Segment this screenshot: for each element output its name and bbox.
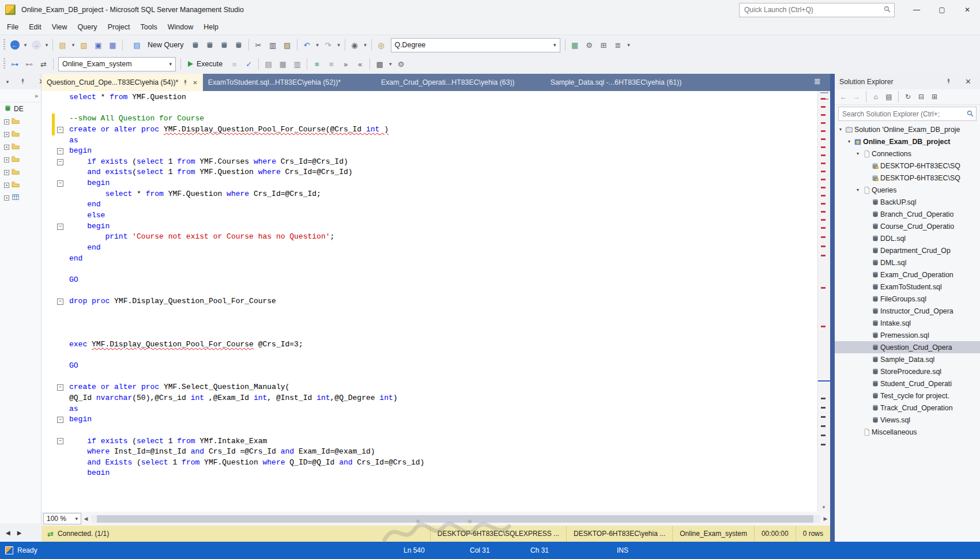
- solution-search-box[interactable]: [838, 107, 977, 121]
- panel-splitter[interactable]: [830, 74, 835, 542]
- tree-item-ddl-sql[interactable]: DDL.sql: [835, 232, 980, 244]
- code-line[interactable]: end: [42, 199, 817, 210]
- document-tab-2[interactable]: ExamToStudent.sql...HT83EC\yehia (52))*: [203, 74, 346, 91]
- expand-plus-icon[interactable]: +: [4, 170, 9, 175]
- code-line[interactable]: where Inst_Id=@inst_Id and Crs_Id =@Crs_…: [42, 447, 817, 458]
- query-options-icon[interactable]: ⚙: [394, 58, 408, 71]
- new-query-icon[interactable]: ▤: [130, 39, 144, 52]
- code-line[interactable]: --show All Question for Course: [42, 114, 817, 124]
- code-line[interactable]: as: [42, 404, 817, 415]
- expand-plus-icon[interactable]: +: [4, 145, 9, 150]
- selection-icon[interactable]: ◉: [348, 39, 361, 52]
- tree-item-desktop-6ht83ec-sq[interactable]: DESKTOP-6HT83EC\SQ: [835, 172, 980, 184]
- mdx-query-icon[interactable]: [189, 39, 202, 52]
- scroll-right-arrow-icon[interactable]: ▶: [17, 530, 22, 536]
- tree-item[interactable]: +: [0, 153, 41, 166]
- tree-item-solution-online-exam-db-proje[interactable]: ▾Solution 'Online_Exam_DB_proje: [835, 123, 980, 135]
- tree-item[interactable]: +: [0, 179, 41, 191]
- code-line[interactable]: − if exists (select 1 from YMF.Courses w…: [42, 157, 817, 168]
- tree-item-online-exam-db-project[interactable]: ▾Online_Exam_DB_project: [835, 135, 980, 148]
- tree-item-course-crud-operatio[interactable]: Course_Crud_Operatio: [835, 220, 980, 232]
- chevron-expanded-icon[interactable]: ▾: [854, 151, 861, 156]
- code-line[interactable]: and exists(select 1 from YMF.Question wh…: [42, 167, 817, 178]
- close-icon[interactable]: ✕: [193, 80, 197, 86]
- pin-icon[interactable]: [182, 80, 189, 86]
- toolbar-combo[interactable]: Q.Degree▾: [391, 38, 560, 52]
- pin-icon[interactable]: [942, 75, 955, 88]
- quick-launch-input[interactable]: [743, 5, 884, 14]
- undo-icon[interactable]: ↶: [300, 39, 314, 52]
- code-line[interactable]: GO: [42, 275, 817, 286]
- menu-item-view[interactable]: View: [47, 20, 73, 35]
- show-all-icon[interactable]: ▤: [883, 91, 895, 103]
- code-line[interactable]: − begin: [42, 178, 817, 189]
- code-line[interactable]: [42, 307, 817, 318]
- paste-icon[interactable]: ▨: [281, 39, 294, 52]
- results-text-icon[interactable]: ▤: [262, 58, 275, 71]
- tree-item-exam-crud-operation[interactable]: Exam_Crud_Operation: [835, 269, 980, 281]
- zoom-select[interactable]: 100 % ▾: [43, 513, 81, 524]
- dropdown-caret[interactable]: ▾: [315, 39, 321, 52]
- document-tab-1[interactable]: Question_Crud_Ope...T83EC\yehia (54))*✕: [42, 74, 203, 91]
- se-back-icon[interactable]: ←: [838, 91, 849, 103]
- editor-horizontal-scrollbar[interactable]: [91, 515, 820, 523]
- code-line[interactable]: print 'Course not exist or Course has no…: [42, 232, 817, 243]
- minimize-button[interactable]: —: [904, 0, 929, 20]
- maximize-button[interactable]: ▢: [929, 0, 955, 20]
- code-line[interactable]: [42, 286, 817, 297]
- hscroll-left-arrow-icon[interactable]: ◀: [81, 516, 91, 522]
- connect-icon[interactable]: ⊶: [8, 58, 21, 71]
- results-grid-icon[interactable]: ▦: [276, 58, 289, 71]
- collapse-box-icon[interactable]: −: [57, 299, 63, 305]
- comment-icon[interactable]: ≡: [310, 58, 323, 71]
- chevron-expanded-icon[interactable]: ▾: [837, 127, 844, 132]
- collapse-box-icon[interactable]: −: [57, 384, 63, 391]
- cancel-icon[interactable]: ■: [228, 58, 241, 71]
- tree-item-intake-sql[interactable]: Intake.sql: [835, 317, 980, 329]
- uncomment-icon[interactable]: ≡: [325, 58, 338, 71]
- code-line[interactable]: else: [42, 210, 817, 221]
- code-line[interactable]: GO: [42, 361, 817, 372]
- dmx-query-icon[interactable]: [203, 39, 217, 52]
- code-line[interactable]: and Exists (select 1 from YMF.Question w…: [42, 458, 817, 469]
- solution-search-input[interactable]: [839, 110, 967, 118]
- chevron-expanded-icon[interactable]: ▾: [846, 139, 853, 144]
- properties-icon[interactable]: ⊞: [929, 91, 940, 103]
- tree-item-track-crud-operation[interactable]: Track_Crud_Operation: [835, 402, 980, 414]
- tree-item[interactable]: +: [0, 166, 41, 179]
- change-connection-icon[interactable]: ⇄: [37, 58, 50, 71]
- tree-item[interactable]: +: [0, 128, 41, 141]
- tree-item[interactable]: +: [0, 191, 41, 204]
- scroll-down-arrow-icon[interactable]: ▼: [821, 505, 826, 510]
- expand-plus-icon[interactable]: +: [4, 195, 9, 201]
- chevron-right-double-icon[interactable]: »: [35, 92, 38, 99]
- code-line[interactable]: −create or alter proc YMF.Select_Questio…: [42, 382, 817, 393]
- results-file-icon[interactable]: ▥: [291, 58, 304, 71]
- menu-item-tools[interactable]: Tools: [135, 20, 163, 35]
- tree-item-question-crud-opera[interactable]: Question_Crud_Opera: [835, 341, 980, 353]
- scroll-left-arrow-icon[interactable]: ◀: [6, 530, 10, 536]
- outdent-icon[interactable]: «: [353, 58, 367, 71]
- code-line[interactable]: [42, 264, 817, 275]
- new-query-button[interactable]: ▤New Query: [125, 38, 189, 52]
- dropdown-caret[interactable]: ▾: [626, 39, 632, 52]
- tree-item-filegroups-sql[interactable]: FileGroups.sql: [835, 293, 980, 305]
- close-button[interactable]: ✕: [955, 0, 980, 20]
- nav-forward-icon[interactable]: →: [29, 39, 43, 52]
- dropdown-caret[interactable]: ▾: [44, 39, 50, 52]
- hscroll-thumb[interactable]: [97, 515, 813, 523]
- menu-item-file[interactable]: File: [2, 20, 24, 35]
- code-line[interactable]: −create or alter proc YMF.Display_Questi…: [42, 124, 817, 135]
- dropdown-caret[interactable]: ▾: [5, 75, 10, 88]
- dropdown-caret[interactable]: ▾: [363, 39, 368, 52]
- code-line[interactable]: − begin: [42, 221, 817, 232]
- tree-item-instructor-crud-opera[interactable]: Instructor_Crud_Opera: [835, 305, 980, 317]
- code-line[interactable]: [42, 103, 817, 114]
- new-file-icon[interactable]: ▤: [56, 39, 69, 52]
- code-line[interactable]: as: [42, 135, 817, 146]
- code-line[interactable]: [42, 350, 817, 361]
- collapse-box-icon[interactable]: −: [57, 224, 63, 230]
- document-tab-4[interactable]: Sample_Data.sql -...6HT83EC\yehia (61)): [545, 74, 687, 91]
- expand-plus-icon[interactable]: +: [4, 183, 9, 188]
- dropdown-caret[interactable]: ▾: [387, 58, 393, 71]
